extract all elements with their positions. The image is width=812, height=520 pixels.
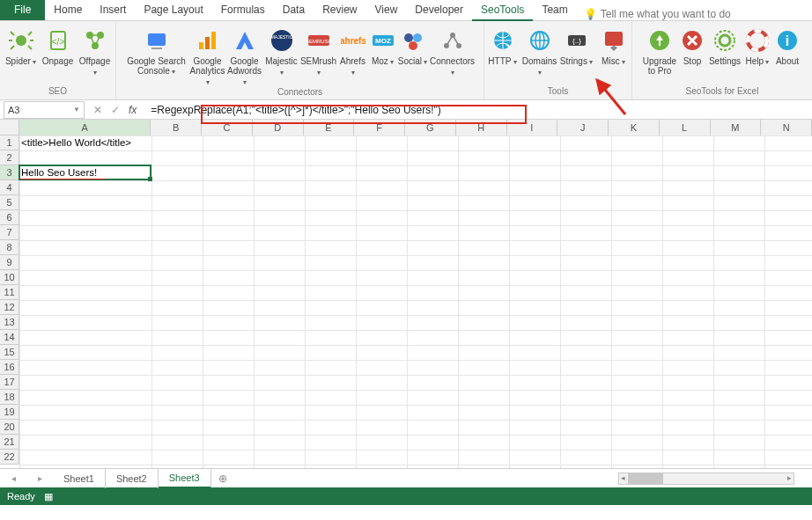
developer-tab[interactable]: Developer: [406, 0, 472, 20]
row-header-13[interactable]: 13: [0, 315, 19, 330]
settings-button[interactable]: Settings: [707, 26, 742, 66]
sheet-tab-sheet2[interactable]: Sheet2: [106, 469, 159, 488]
col-header-D[interactable]: D: [253, 120, 304, 135]
col-header-B[interactable]: B: [151, 120, 202, 135]
tell-me-box[interactable]: 💡 Tell me what you want to do: [584, 8, 731, 20]
row-header-15[interactable]: 15: [0, 345, 19, 360]
help-button[interactable]: Help: [744, 26, 771, 67]
seotools-tab[interactable]: SeoTools: [472, 0, 533, 20]
row-header-19[interactable]: 19: [0, 405, 19, 420]
col-header-G[interactable]: G: [405, 120, 456, 135]
col-header-K[interactable]: K: [609, 120, 660, 135]
row-header-20[interactable]: 20: [0, 420, 19, 435]
col-header-E[interactable]: E: [304, 120, 355, 135]
row-header-18[interactable]: 18: [0, 390, 19, 405]
stop-label: Stop: [683, 56, 702, 66]
about-label: About: [776, 56, 799, 66]
sheet-nav[interactable]: ◂▸: [0, 473, 53, 483]
connectors-button[interactable]: Connectors: [430, 26, 476, 77]
formula-text: =RegexpReplace(A1;"<title>([^>]*)</title…: [151, 104, 441, 116]
horizontal-scrollbar[interactable]: ◂ ▸: [618, 472, 794, 485]
cancel-formula-icon[interactable]: ✕: [93, 104, 102, 116]
settings-icon: [711, 26, 739, 55]
http-button[interactable]: HTTP: [485, 26, 520, 67]
review-tab[interactable]: Review: [314, 0, 365, 20]
moz-button[interactable]: MOZ Moz: [370, 26, 396, 67]
row-header-6[interactable]: 6: [0, 210, 19, 225]
insert-tab[interactable]: Insert: [91, 0, 135, 20]
col-header-H[interactable]: H: [456, 120, 507, 135]
enter-formula-icon[interactable]: ✓: [111, 104, 120, 116]
annotation-underline: [20, 179, 105, 179]
name-box[interactable]: A3 ▼: [4, 101, 85, 119]
add-sheet-button[interactable]: ⊕: [211, 472, 234, 485]
onpage-label: Onpage: [42, 56, 74, 66]
offpage-button[interactable]: Offpage: [78, 26, 113, 77]
ahrefs-button[interactable]: ahrefs Ahrefs: [338, 26, 368, 77]
row-header-12[interactable]: 12: [0, 300, 19, 315]
offpage-label: Offpage: [78, 56, 113, 77]
formulas-tab[interactable]: Formulas: [212, 0, 274, 20]
row-header-7[interactable]: 7: [0, 225, 19, 240]
row-header-22[interactable]: 22: [0, 450, 19, 465]
stop-button[interactable]: Stop: [679, 26, 705, 66]
row-header-4[interactable]: 4: [0, 180, 19, 195]
formula-input[interactable]: =RegexpReplace(A1;"<title>([^>]*)</title…: [145, 101, 812, 119]
gsc-icon: [143, 26, 171, 55]
row-header-1[interactable]: 1: [0, 135, 19, 150]
cell-A1[interactable]: <title>Hello World</title>: [19, 135, 131, 150]
home-tab[interactable]: Home: [45, 0, 91, 20]
col-header-F[interactable]: F: [354, 120, 405, 135]
fx-icon[interactable]: fx: [129, 104, 137, 116]
row-header-17[interactable]: 17: [0, 375, 19, 390]
pagelayout-tab[interactable]: Page Layout: [135, 0, 211, 20]
ga-button[interactable]: Google Analytics: [190, 26, 225, 87]
row-header-8[interactable]: 8: [0, 240, 19, 255]
sheet-tab-sheet3[interactable]: Sheet3: [159, 469, 211, 488]
svg-point-18: [404, 33, 413, 42]
row-header-11[interactable]: 11: [0, 285, 19, 300]
domains-button[interactable]: Domains: [522, 26, 557, 77]
view-tab[interactable]: View: [366, 0, 407, 20]
select-all-corner[interactable]: [0, 120, 19, 135]
semrush-icon: SEMRUSH: [305, 26, 333, 55]
about-icon: i: [773, 26, 801, 55]
majestic-button[interactable]: MAJESTIC Majestic: [264, 26, 299, 77]
gaw-button[interactable]: Google Adwords: [227, 26, 262, 87]
svg-rect-10: [211, 32, 216, 49]
row-header-16[interactable]: 16: [0, 360, 19, 375]
about-button[interactable]: i About: [772, 26, 802, 66]
row-header-9[interactable]: 9: [0, 255, 19, 270]
spider-button[interactable]: Spider: [4, 26, 39, 67]
row-header-21[interactable]: 21: [0, 435, 19, 450]
row-header-14[interactable]: 14: [0, 330, 19, 345]
col-header-N[interactable]: N: [761, 120, 812, 135]
onpage-button[interactable]: </> Onpage: [41, 26, 76, 66]
col-header-M[interactable]: M: [711, 120, 762, 135]
data-tab[interactable]: Data: [274, 0, 314, 20]
macro-record-icon[interactable]: ▦: [44, 491, 53, 502]
row-header-5[interactable]: 5: [0, 195, 19, 210]
svg-point-34: [748, 31, 767, 50]
sheet-tab-sheet1[interactable]: Sheet1: [53, 469, 106, 488]
row-header-2[interactable]: 2: [0, 150, 19, 165]
social-button[interactable]: Social: [398, 26, 428, 67]
col-header-A[interactable]: A: [19, 120, 151, 135]
upgrade-button[interactable]: Upgrade to Pro: [642, 26, 677, 76]
file-tab[interactable]: File: [0, 0, 45, 20]
row-header-3[interactable]: 3: [0, 165, 19, 180]
col-header-L[interactable]: L: [660, 120, 711, 135]
semrush-button[interactable]: SEMRUSH SEMrush: [301, 26, 336, 77]
misc-button[interactable]: Misc: [596, 26, 631, 67]
col-header-C[interactable]: C: [202, 120, 253, 135]
row-header-10[interactable]: 10: [0, 270, 19, 285]
http-label: HTTP: [488, 56, 516, 67]
team-tab[interactable]: Team: [533, 0, 576, 20]
spider-label: Spider: [5, 56, 36, 67]
col-header-J[interactable]: J: [557, 120, 609, 135]
strings-button[interactable]: {..} Strings: [559, 26, 594, 67]
col-header-I[interactable]: I: [507, 120, 558, 135]
connectors-icon: [439, 26, 467, 55]
gsc-button[interactable]: Google Search Console: [125, 26, 188, 77]
scrollbar-thumb[interactable]: [628, 473, 663, 484]
